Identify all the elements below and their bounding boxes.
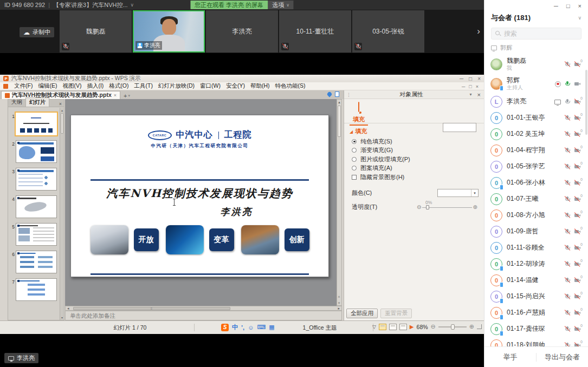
participant-row[interactable]: L 李洪亮 0	[484, 94, 588, 110]
zoom-level[interactable]: 68%	[417, 324, 428, 330]
video-tile[interactable]: 李洪亮 李洪亮	[133, 10, 205, 53]
menu-item[interactable]: 窗口(W)	[197, 82, 223, 90]
menu-item[interactable]: 插入(I)	[84, 82, 106, 90]
page-layout-icon[interactable]	[335, 91, 339, 97]
filter-icon[interactable]: ▽	[372, 324, 376, 330]
slide-thumbnail[interactable]: 7	[10, 278, 59, 301]
export-participants-button[interactable]: 导出与会者	[537, 352, 588, 362]
fill-swatch[interactable]	[443, 123, 476, 132]
scroll-thumb[interactable]	[338, 106, 341, 137]
sidebar-scrollbar[interactable]	[585, 70, 587, 135]
minus-icon[interactable]: ⊖	[417, 204, 421, 210]
presenter-row[interactable]: 郭辉	[491, 44, 581, 52]
menu-item[interactable]: 文件(F)	[11, 82, 35, 90]
slide-thumbnail[interactable]: 1	[10, 113, 59, 135]
close-icon[interactable]: ×	[578, 3, 581, 9]
video-tile[interactable]: 李洪亮 李洪亮	[206, 10, 278, 53]
video-tile[interactable]: 03-05-张锐 03-05-张锐	[352, 10, 424, 53]
participant-row[interactable]: 郭辉 主持人 0	[484, 74, 588, 94]
color-dropdown[interactable]: ▾	[437, 189, 479, 197]
plus-icon[interactable]: ⊕	[473, 204, 477, 210]
slideshow-icon[interactable]: ▶	[410, 324, 414, 330]
participant-row[interactable]: 0 01-12-胡珍涛 0	[484, 256, 588, 272]
video-tile[interactable]: 魏鹏磊 魏鹏磊	[60, 10, 132, 53]
options-button[interactable]: 选项∨	[268, 1, 294, 9]
sogou-input-icon[interactable]: S	[221, 324, 229, 331]
search-input[interactable]	[504, 30, 574, 37]
participant-row[interactable]: 0 01-04-程宇翔 0	[484, 142, 588, 159]
participant-row[interactable]: 0 01-05-张学艺 0	[484, 159, 588, 175]
fill-option[interactable]: 纯色填充(S)	[352, 137, 410, 146]
apply-all-button[interactable]: 全部应用	[346, 309, 378, 318]
participant-row[interactable]: 0 01-06-张小林 0	[484, 175, 588, 191]
scroll-left-icon[interactable]: ◂	[66, 306, 71, 311]
participant-row[interactable]: 0 01-14-温健 0	[484, 272, 588, 289]
strip-next-icon[interactable]: ›	[477, 26, 480, 37]
maximize-icon[interactable]: □	[566, 3, 570, 9]
horizontal-scrollbar[interactable]: ◂ ≡ ▸	[65, 306, 342, 311]
slide-sorter-view-icon[interactable]	[389, 324, 397, 330]
slide-thumbnail[interactable]: 4	[10, 195, 59, 218]
slide-canvas[interactable]: CATARC 中汽中心 工程院 中汽研（天津）汽车工程研究院有限公司 汽车NVH…	[70, 115, 329, 277]
pane-close-icon[interactable]: ×	[57, 101, 64, 107]
close-icon[interactable]: ×	[477, 76, 481, 82]
slider-thumb[interactable]	[426, 205, 429, 209]
zoom-in-icon[interactable]: ⊕	[469, 323, 474, 330]
participant-row[interactable]: 0 01-15-尚启兴 0	[484, 289, 588, 305]
participant-row[interactable]: 0 01-16-卢慧娟 0	[484, 305, 588, 321]
scroll-up-icon[interactable]: ▴	[60, 108, 64, 112]
menu-item[interactable]: 格式(O)	[106, 82, 131, 90]
fill-tab[interactable]: 填充	[350, 102, 368, 126]
tab-close-icon[interactable]: ×	[114, 93, 117, 98]
ime-emoji-icon[interactable]: ☺	[248, 324, 254, 331]
fill-option[interactable]: 图片或纹理填充(P)	[352, 155, 410, 164]
raise-hand-button[interactable]: 举手	[484, 352, 536, 362]
fill-option[interactable]: 图案填充(A)	[352, 164, 410, 173]
slide-thumbnail[interactable]: 5	[10, 223, 59, 246]
ime-toolbar[interactable]: S 中 ’, ☺ ⌨ ▦	[221, 323, 275, 331]
panel-close-icon[interactable]: ×	[474, 91, 484, 98]
notes-placeholder[interactable]: 单击此处添加备注	[65, 311, 342, 320]
participant-row[interactable]: 0 01-18-刘朋帅 0	[484, 337, 588, 346]
menu-item[interactable]: 幻灯片放映(D)	[156, 82, 197, 90]
fill-option[interactable]: 渐变填充(G)	[352, 146, 410, 155]
scroll-thumb[interactable]	[61, 113, 63, 134]
doc-close-icon[interactable]: ×	[476, 84, 479, 89]
participant-row[interactable]: 0 01-07-王曦 0	[484, 191, 588, 207]
participant-row[interactable]: 魏鹏磊 我 0	[484, 55, 588, 74]
fit-window-icon[interactable]	[477, 324, 482, 329]
dropdown-icon[interactable]: ▾	[470, 92, 472, 97]
tab-slides[interactable]: 幻灯片	[25, 97, 49, 107]
next-slide-icon[interactable]: «	[337, 301, 341, 305]
slide-thumbnail[interactable]: 6	[10, 251, 59, 273]
participant-row[interactable]: 0 01-17-龚佳琛 0	[484, 321, 588, 337]
menu-item[interactable]: 特色功能(S)	[273, 82, 308, 90]
scroll-down-icon[interactable]: ▾	[60, 316, 64, 319]
scroll-thumb[interactable]: ≡	[73, 307, 230, 310]
participant-row[interactable]: 0 01-08-方小旭 0	[484, 207, 588, 224]
pane-scrollbar[interactable]: ▴ ▾	[60, 108, 64, 320]
maximize-icon[interactable]: □	[469, 76, 472, 82]
zoom-slider-thumb[interactable]	[451, 324, 455, 330]
new-tab-button[interactable]: +▾	[124, 93, 130, 99]
video-tile[interactable]: 10-11-董壮壮 10-11-董壮壮	[279, 10, 351, 53]
menu-item[interactable]: 安全(Y)	[223, 82, 248, 90]
fill-option[interactable]: 隐藏背景图形(H)	[352, 173, 410, 182]
zoom-slider[interactable]	[438, 326, 467, 327]
drag-handle-icon[interactable]: ⋮	[344, 92, 353, 97]
previous-slide-icon[interactable]: «	[337, 295, 341, 299]
transparency-slider[interactable]: ⊖ 0% ⊕	[417, 204, 477, 211]
participant-row[interactable]: 0 01-02 吴玉坤 0	[484, 126, 588, 142]
collapse-icon[interactable]: ∨	[578, 15, 581, 21]
menu-item[interactable]: 帮助(H)	[248, 82, 273, 90]
participant-row[interactable]: 0 01-09-唐哲 0	[484, 224, 588, 240]
ime-chinese-icon[interactable]: 中	[232, 323, 238, 331]
menu-item[interactable]: 视图(V)	[60, 82, 84, 90]
participant-row[interactable]: 0 01-01-王银亭 0	[484, 110, 588, 126]
ime-toolbox-icon[interactable]: ▦	[269, 324, 274, 331]
tab-outline[interactable]: 大纲	[8, 98, 25, 107]
scroll-right-icon[interactable]: ▸	[336, 306, 341, 311]
normal-view-icon[interactable]	[379, 324, 386, 330]
participant-row[interactable]: 0 01-11-谷顾全 0	[484, 240, 588, 256]
ime-punct-icon[interactable]: ’,	[241, 324, 244, 331]
